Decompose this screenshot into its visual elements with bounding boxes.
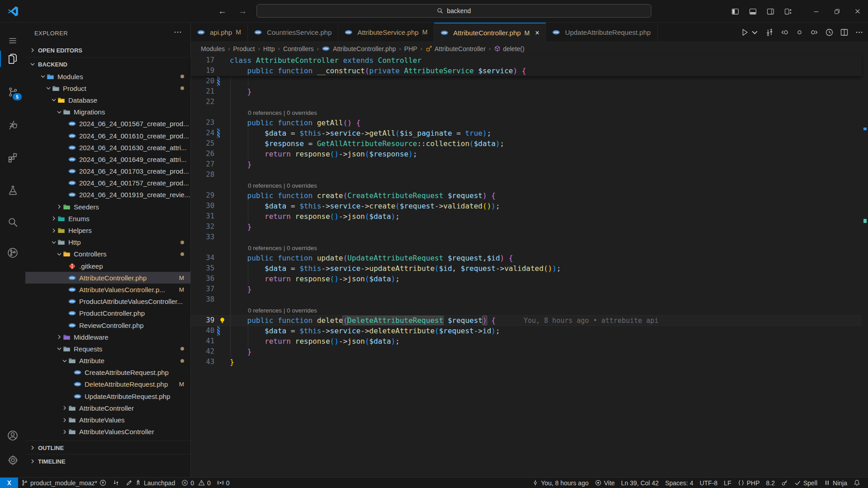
tree-item-Enums[interactable]: Enums — [25, 213, 190, 224]
tree-item-UpdateAttributeRequest.php[interactable]: phpUpdateAttributeRequest.php — [25, 390, 190, 402]
status-problems[interactable]: 00 — [178, 478, 214, 488]
views-and-more-actions-icon[interactable]: ⋯ — [174, 27, 182, 37]
tree-item-2024_06_24_001630_create_attri...[interactable]: php2024_06_24_001630_create_attri... — [25, 142, 190, 153]
tree-item-Migrations[interactable]: Migrations — [25, 106, 190, 118]
toggle-secondary-sidebar-icon[interactable] — [767, 8, 774, 15]
tree-item-Attribute[interactable]: Attribute — [25, 355, 190, 367]
tab-api.php[interactable]: phpapi.phpM — [191, 23, 248, 42]
tree-item-Helpers[interactable]: Helpers — [25, 224, 190, 236]
tree-item-.gitkeep[interactable]: .gitkeep — [25, 260, 190, 272]
codelens[interactable]: 0 references | 0 overrides — [191, 242, 862, 253]
tab-UpdateAttributeRequest.php[interactable]: phpUpdateAttributeRequest.php — [546, 23, 657, 42]
breadcrumb-item-Product[interactable]: Product — [233, 45, 255, 52]
tree-item-Requests[interactable]: Requests — [25, 343, 190, 355]
editor-scrollbar[interactable] — [862, 55, 868, 477]
split-editor-icon[interactable] — [840, 28, 849, 37]
outline-section[interactable]: OUTLINE — [25, 441, 190, 455]
tree-item-Middleware[interactable]: Middleware — [25, 331, 190, 343]
tree-item-AttributeController[interactable]: AttributeController — [25, 402, 190, 414]
timeline-section[interactable]: TIMELINE — [25, 454, 190, 468]
status-eol[interactable]: LF — [721, 478, 734, 488]
change-dot-icon[interactable] — [795, 28, 804, 37]
workspace-root-section[interactable]: BACKEND — [25, 57, 190, 71]
breadcrumb-item-Http[interactable]: Http — [263, 45, 275, 52]
customize-layout-icon[interactable] — [784, 8, 792, 15]
codelens[interactable]: 0 references | 0 overrides — [191, 305, 862, 315]
activity-run-debug-icon[interactable] — [0, 114, 25, 136]
tree-item-2024_06_24_001703_create_prod...[interactable]: php2024_06_24_001703_create_prod... — [25, 166, 190, 177]
activity-extensions-icon[interactable] — [0, 147, 25, 168]
tree-item-2024_06_24_001649_create_attri...[interactable]: php2024_06_24_001649_create_attri... — [25, 153, 190, 165]
timeline-icon[interactable] — [825, 28, 834, 37]
status-php-version[interactable]: 8.2 — [763, 478, 778, 488]
next-change-icon[interactable] — [810, 28, 819, 37]
tab-AttributeController.php[interactable]: phpAttributeController.phpM× — [434, 23, 546, 42]
tree-item-Http[interactable]: Http — [25, 237, 190, 248]
activity-source-control-icon[interactable]: 5 — [0, 81, 25, 103]
tree-item-AttributeController.php[interactable]: phpAttributeController.phpM — [25, 272, 190, 284]
tree-item-Controllers[interactable]: Controllers — [25, 248, 190, 260]
toggle-panel-icon[interactable] — [749, 8, 757, 15]
breadcrumb-item-AttributeController.php[interactable]: phpAttributeController.php — [322, 45, 396, 52]
tree-item-ProductController.php[interactable]: phpProductController.php — [25, 308, 190, 319]
activity-accounts-icon[interactable] — [0, 425, 25, 446]
remote-indicator[interactable] — [0, 478, 18, 488]
previous-change-icon[interactable] — [780, 28, 789, 37]
tree-item-2024_06_24_001610_create_prod...[interactable]: php2024_06_24_001610_create_prod... — [25, 130, 190, 142]
activity-testing-icon[interactable] — [0, 179, 25, 201]
tree-item-2024_06_24_001567_create_prod...[interactable]: php2024_06_24_001567_create_prod... — [25, 118, 190, 130]
tree-item-ReviewController.php[interactable]: phpReviewController.php — [25, 319, 190, 331]
more-actions-icon[interactable] — [855, 28, 863, 37]
tree-item-ProductAttributeValuesController...[interactable]: phpProductAttributeValuesController... — [25, 296, 190, 308]
tree-item-2024_06_24_001919_create_revie...[interactable]: php2024_06_24_001919_create_revie... — [25, 189, 190, 201]
restore-button[interactable] — [826, 0, 847, 23]
breadcrumb-item-Controllers[interactable]: Controllers — [283, 45, 314, 52]
status-spell[interactable]: Spell — [791, 478, 821, 488]
activity-gitlens-icon[interactable] — [0, 242, 25, 264]
status-encoding[interactable]: UTF-8 — [697, 478, 721, 488]
tree-item-AttributeValuesController.p...[interactable]: phpAttributeValuesController.p...M — [25, 284, 190, 295]
activity-search-icon[interactable] — [0, 211, 25, 233]
breadcrumb-item-delete[interactable]: delete() — [494, 45, 524, 52]
tree-item-Modules[interactable]: Modules — [25, 71, 190, 82]
command-center-search[interactable]: backend — [256, 4, 651, 18]
tree-item-CreateAttributeRequest.php[interactable]: phpCreateAttributeRequest.php — [25, 367, 190, 379]
code-editor[interactable]: 2021 }220 references | 0 overrides23 pub… — [191, 55, 868, 477]
minimize-button[interactable] — [806, 0, 826, 23]
run-icon[interactable] — [741, 28, 759, 37]
close-button[interactable] — [847, 0, 868, 23]
tree-item-Product[interactable]: Product — [25, 82, 190, 94]
status-keybindings[interactable] — [778, 478, 791, 488]
tree-item-DeleteAttributeRequest.php[interactable]: phpDeleteAttributeRequest.phpM — [25, 379, 190, 390]
status-notifications[interactable] — [850, 478, 863, 488]
breadcrumb-item-AttributeController[interactable]: AttributeController — [426, 45, 486, 52]
status-gitlens-compare[interactable] — [109, 478, 123, 488]
status-git-blame[interactable]: You, 8 hours ago — [529, 478, 592, 488]
status-ports[interactable]: 0 — [214, 478, 233, 488]
status-vite[interactable]: Vite — [592, 478, 618, 488]
toggle-primary-sidebar-icon[interactable] — [731, 8, 739, 15]
tab-AttributeService.php[interactable]: phpAttributeService.phpM — [338, 23, 434, 42]
status-git-branch[interactable]: product_module_moaz* — [18, 478, 109, 488]
tab-CountriesService.php[interactable]: phpCountriesService.php — [248, 23, 338, 42]
tree-item-2024_06_24_001757_create_prod...[interactable]: php2024_06_24_001757_create_prod... — [25, 177, 190, 189]
close-icon[interactable]: × — [535, 29, 539, 37]
lightbulb-icon[interactable] — [219, 317, 226, 324]
activity-settings-icon[interactable] — [0, 449, 25, 471]
open-changes-icon[interactable] — [765, 28, 774, 37]
tree-item-AttributeValues[interactable]: AttributeValues — [25, 414, 190, 426]
go-forward-icon[interactable]: → — [238, 6, 247, 16]
activity-explorer-icon[interactable] — [0, 48, 25, 70]
go-back-icon[interactable]: ← — [218, 6, 227, 16]
tree-item-Seeders[interactable]: Seeders — [25, 201, 190, 213]
status-language-mode[interactable]: PHP — [735, 478, 763, 488]
status-launchpad[interactable]: Launchpad — [123, 478, 178, 488]
open-editors-section[interactable]: OPEN EDITORS — [25, 43, 190, 57]
tree-item-AttributeValuesController[interactable]: AttributeValuesController — [25, 426, 190, 438]
status-cursor-position[interactable]: Ln 39, Col 42 — [618, 478, 662, 488]
breadcrumb-item-PHP[interactable]: PHP — [404, 45, 417, 52]
tree-item-Database[interactable]: Database — [25, 94, 190, 106]
status-indentation[interactable]: Spaces: 4 — [662, 478, 696, 488]
status-ninja[interactable]: Ninja — [821, 478, 850, 488]
codelens[interactable]: 0 references | 0 overrides — [191, 107, 862, 118]
